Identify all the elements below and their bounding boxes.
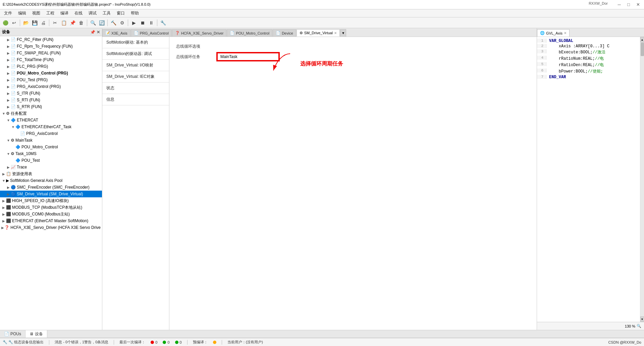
expand-s_rtr[interactable]: ▶ <box>6 105 11 109</box>
tree-item-maintask[interactable]: ▼⚙MainTask <box>0 137 102 144</box>
menu-item-编辑[interactable]: 编辑 <box>15 10 29 17</box>
gvl-axis-tab[interactable]: 🌐 GVL_Axis ✕ <box>537 29 570 37</box>
toolbar-paste[interactable]: 📌 <box>68 19 76 27</box>
panel-close-icon[interactable]: ✕ <box>97 30 100 35</box>
menu-item-文件[interactable]: 文件 <box>1 10 15 17</box>
toolbar-build[interactable]: 🔨 <box>109 19 117 27</box>
toolbar-open[interactable]: 📂 <box>22 19 30 27</box>
tab-close-sm_drive[interactable]: ✕ <box>334 31 337 35</box>
code-editor[interactable]: 1VAR_GLOBAL2 xAxis :ARRAY[0...3] C3 bExe… <box>537 37 640 322</box>
tab-hcfa_servo[interactable]: ❓HCFA_X3E_Servo_Driver <box>172 29 227 37</box>
zoom-icon[interactable]: 🔍 <box>637 324 641 328</box>
gvl-tab-close[interactable]: ✕ <box>564 31 567 35</box>
expand-fc_rpm[interactable]: ▶ <box>6 45 11 48</box>
build-info-btn[interactable]: 🔧 🔧 组态设备信息输出 <box>3 340 44 345</box>
menu-item-在线[interactable]: 在线 <box>72 10 85 17</box>
expand-trace[interactable]: ▶ <box>6 165 11 169</box>
tree-item-sm_drive_virt[interactable]: ▶🔵SM_Drive_Virtual (SM_Drive_Virtual) <box>0 191 102 197</box>
tree-item-high_speed[interactable]: ▶⬛HIGH_SPEED_IO (高速IO模块) <box>0 197 102 204</box>
sm-section-softmotion_debug[interactable]: SoftMotion的驱动器: 调试 <box>102 48 169 60</box>
minimize-button[interactable]: ─ <box>616 1 623 8</box>
tree-item-fc_swap[interactable]: ▶📄FC_SWAP_REAL (FUN) <box>0 50 102 56</box>
expand-s_itr[interactable]: ▶ <box>6 92 11 95</box>
toolbar-green-circle[interactable]: 🟢 <box>1 19 9 27</box>
right-scrollbar[interactable]: ▲ ▼ <box>640 37 644 322</box>
toolbar-search[interactable]: 🔍 <box>89 19 97 27</box>
bottom-tab-pous[interactable]: 📄POUs <box>0 330 25 338</box>
pin-icon[interactable]: 📌 <box>90 30 95 35</box>
sm-section-status[interactable]: 状态 <box>102 83 169 94</box>
tab-device[interactable]: 📄Device <box>273 29 296 37</box>
toolbar-save[interactable]: 💾 <box>31 19 39 27</box>
sm-section-io_mapping[interactable]: SM_Drive_Virtual: I/O映射 <box>102 60 169 71</box>
tree-item-plc_prg[interactable]: ▶📄PLC_PRG (PRG) <box>0 63 102 70</box>
menu-item-窗口[interactable]: 窗口 <box>114 10 127 17</box>
tree-item-ethercat2[interactable]: ▶⬛ETHERCAT (EtherCAT Master SoftMotion) <box>0 217 102 224</box>
tree-item-softmotion_pool[interactable]: ▼▶SoftMotion General Axis Pool <box>0 177 102 184</box>
tree-item-s_rtr[interactable]: ▶📄S_RTR (FUN) <box>0 103 102 110</box>
tree-item-prg_axis[interactable]: ▶📄PRG_AxisControl (PRG) <box>0 83 102 90</box>
expand-ethercat2[interactable]: ▶ <box>1 219 6 223</box>
tree-item-modbus_tcp[interactable]: ▶⬛MODBUS_TCP (ModbusTCP本地从站) <box>0 204 102 211</box>
toolbar-stop[interactable]: ⏹ <box>139 19 147 27</box>
tree-item-pou_test[interactable]: ▶📄POU_Test (PRG) <box>0 77 102 83</box>
expand-softmotion_pool[interactable]: ▼ <box>1 179 6 183</box>
tree-item-hcfa[interactable]: ▶❓HCFA_X3E_Servo_Driver (HCFA X3E Servo … <box>0 224 102 231</box>
sm-section-softmotion_basic[interactable]: SoftMotion驱动: 基本的 <box>102 37 169 48</box>
toolbar-rebuild[interactable]: ⚙ <box>118 19 126 27</box>
menu-item-调试[interactable]: 调试 <box>86 10 99 17</box>
tree-item-pou_motro[interactable]: ▶📄POU_Motro_Control (PRG) <box>0 70 102 77</box>
maximize-button[interactable]: □ <box>625 1 632 8</box>
toolbar-settings[interactable]: 🔧 <box>159 19 167 27</box>
menu-item-帮助[interactable]: 帮助 <box>128 10 142 17</box>
scroll-up-btn[interactable]: ▲ <box>640 37 644 42</box>
menu-item-工程[interactable]: 工程 <box>44 10 57 17</box>
toolbar-delete[interactable]: 🗑 <box>77 19 85 27</box>
sm-section-iec_object[interactable]: SM_Drive_Virtual: IEC对象 <box>102 71 169 83</box>
expand-ethercat[interactable]: ▼ <box>6 118 11 122</box>
scroll-thumb[interactable] <box>641 43 644 56</box>
expand-resource_table[interactable]: ▶ <box>1 172 6 176</box>
expand-smc_freeenc[interactable]: ▶ <box>6 186 11 189</box>
tree-item-s_rti[interactable]: ▶📄S_RTI (FUN) <box>0 97 102 103</box>
tree-item-fc_rc[interactable]: ▶📄FC_RC_Filter (FUN) <box>0 36 102 43</box>
tree-item-task_config[interactable]: ▼⚙任务配置 <box>0 110 102 117</box>
expand-plc_prg[interactable]: ▶ <box>6 65 11 68</box>
tab-pou_motro[interactable]: 📄POU_Motro_Control <box>227 29 272 37</box>
tree-item-prg_axis2[interactable]: 📄PRG_AxisControl <box>0 130 102 137</box>
expand-fc_rc[interactable]: ▶ <box>6 38 11 42</box>
expand-high_speed[interactable]: ▶ <box>1 199 6 203</box>
expand-s_rti[interactable]: ▶ <box>6 98 11 102</box>
tree-item-modbus_com0[interactable]: ▶⬛MODBUS_COM0 (Modbus主站) <box>0 211 102 217</box>
tree-item-fc_rpm[interactable]: ▶📄FC_Rpm_To_Frequency (FUN) <box>0 43 102 50</box>
expand-fc_swap[interactable]: ▶ <box>6 51 11 55</box>
tree-item-s_itr[interactable]: ▶📄S_ITR (FUN) <box>0 90 102 97</box>
toolbar-pause[interactable]: ⏸ <box>147 19 155 27</box>
expand-sm_drive_virt[interactable]: ▶ <box>6 192 11 196</box>
scroll-down-btn[interactable]: ▼ <box>640 316 644 322</box>
bottom-tab-devices[interactable]: 🖥设备 <box>25 330 47 338</box>
toolbar-print[interactable]: 🖨 <box>39 19 47 27</box>
expand-task_config[interactable]: ▼ <box>1 112 6 115</box>
expand-modbus_com0[interactable]: ▶ <box>1 212 6 216</box>
tree-item-trace[interactable]: ▶📈Trace <box>0 164 102 170</box>
menu-item-工具[interactable]: 工具 <box>100 10 113 17</box>
tree-item-pou_motro2[interactable]: 🔷POU_Motro_Control <box>0 144 102 150</box>
tabs-overflow-arrow[interactable]: ▼ <box>340 29 346 37</box>
tree-item-task_10ms[interactable]: ▼⚙Task_10MS <box>0 150 102 157</box>
expand-ethercat_task[interactable]: ▼ <box>11 125 15 129</box>
tree-item-ethercat[interactable]: ▼🔷ETHERCAT <box>0 117 102 123</box>
expand-hcfa[interactable]: ▶ <box>1 226 4 230</box>
expand-prg_axis[interactable]: ▶ <box>6 85 11 89</box>
close-button[interactable]: ✕ <box>635 1 641 8</box>
tree-item-pou_test2[interactable]: 🔷POU_Test <box>0 157 102 164</box>
tab-x3e_axis[interactable]: 📝X3E_Axis <box>102 29 130 37</box>
tree-item-smc_freeenc[interactable]: ▶🔵SMC_FreeEncoder (SMC_FreeEncoder) <box>0 184 102 191</box>
expand-pou_test[interactable]: ▶ <box>6 78 11 82</box>
expand-fc_total[interactable]: ▶ <box>6 58 11 62</box>
expand-task_10ms[interactable]: ▼ <box>6 152 11 156</box>
expand-pou_motro[interactable]: ▶ <box>6 71 11 75</box>
tree-item-ethercat_task[interactable]: ▼🔷ETHERCAT.EtherCAT_Task <box>0 123 102 130</box>
tree-item-fc_total[interactable]: ▶📄FC_TotalTime (FUN) <box>0 56 102 63</box>
toolbar-copy[interactable]: 📋 <box>60 19 68 27</box>
